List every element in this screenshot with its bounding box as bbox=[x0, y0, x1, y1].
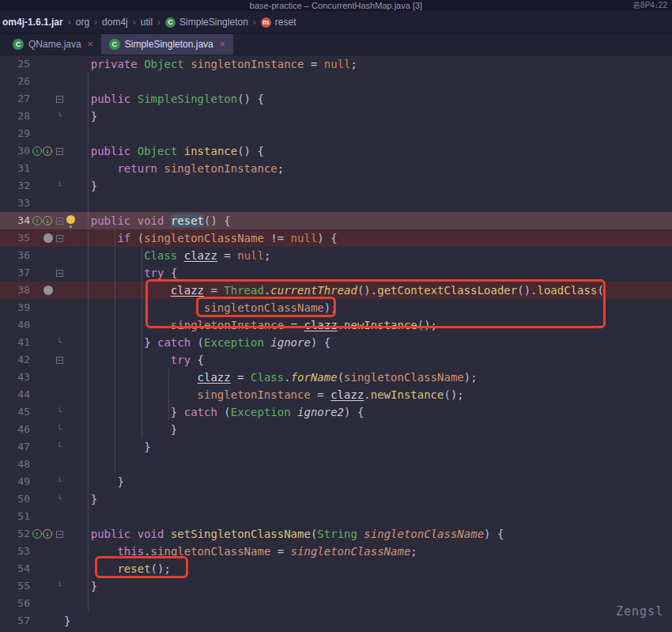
code-line[interactable]: 31 return singletonInstance; bbox=[0, 160, 672, 177]
code-text[interactable]: } bbox=[64, 490, 672, 508]
overridden-icon[interactable]: ↓ bbox=[43, 216, 52, 225]
code-text[interactable]: } bbox=[64, 612, 672, 630]
tab-close-icon[interactable]: × bbox=[220, 40, 225, 49]
line-number[interactable]: 51 bbox=[0, 508, 30, 525]
overridden-icon[interactable]: ↓ bbox=[43, 146, 52, 156]
line-number[interactable]: 50 bbox=[0, 490, 30, 508]
line-number[interactable]: 31 bbox=[0, 160, 30, 177]
code-text[interactable] bbox=[64, 456, 672, 473]
code-text[interactable]: } bbox=[64, 177, 672, 195]
code-line[interactable]: 28└ } bbox=[0, 108, 672, 125]
code-text[interactable]: try { bbox=[64, 264, 672, 282]
code-text[interactable]: } bbox=[64, 421, 672, 438]
code-editor[interactable]: 25 private Object singletonInstance = nu… bbox=[0, 55, 672, 632]
code-line[interactable]: 55└ } bbox=[0, 577, 672, 595]
line-number[interactable]: 40 bbox=[0, 316, 30, 334]
code-line[interactable]: 50└ } bbox=[0, 490, 672, 508]
line-number[interactable]: 41 bbox=[0, 334, 30, 351]
line-number[interactable]: 48 bbox=[0, 456, 30, 473]
line-number[interactable]: 29 bbox=[0, 125, 30, 142]
code-text[interactable]: singletonClassName); bbox=[64, 299, 672, 316]
fold-end-icon[interactable]: └ bbox=[57, 112, 62, 120]
line-number[interactable]: 39 bbox=[0, 299, 30, 316]
line-number[interactable]: 27 bbox=[0, 90, 30, 108]
tab-simplesingleton-java[interactable]: CSimpleSingleton.java× bbox=[101, 34, 233, 55]
line-number[interactable]: 25 bbox=[0, 55, 30, 73]
code-text[interactable] bbox=[64, 195, 672, 212]
fold-end-icon[interactable]: └ bbox=[57, 408, 62, 416]
code-text[interactable]: reset(); bbox=[64, 560, 672, 577]
breadcrumb-item[interactable]: CSimpleSingleton bbox=[163, 17, 251, 28]
code-text[interactable]: Class clazz = null; bbox=[64, 247, 672, 264]
line-number[interactable]: 30 bbox=[0, 142, 30, 160]
line-number[interactable]: 37 bbox=[0, 264, 30, 282]
code-line[interactable]: 29 bbox=[0, 125, 672, 142]
code-text[interactable]: this.singletonClassName = singletonClass… bbox=[64, 543, 672, 560]
code-text[interactable] bbox=[64, 125, 672, 142]
code-text[interactable]: singletonInstance = clazz.newInstance(); bbox=[64, 386, 672, 403]
code-line[interactable]: 54 reset(); bbox=[0, 560, 672, 577]
line-number[interactable]: 32 bbox=[0, 177, 30, 195]
code-line[interactable]: 33 bbox=[0, 195, 672, 212]
code-line[interactable]: 45└ } catch (Exception ignore2) { bbox=[0, 403, 672, 421]
code-text[interactable]: clazz = Thread.currentThread().getContex… bbox=[64, 282, 672, 299]
fold-collapse-icon[interactable] bbox=[56, 218, 63, 225]
breakpoint-icon[interactable] bbox=[43, 286, 53, 295]
code-line[interactable]: 34↑↓ public void reset() { bbox=[0, 212, 672, 229]
fold-collapse-icon[interactable] bbox=[56, 235, 63, 242]
code-line[interactable]: 39 singletonClassName); bbox=[0, 299, 672, 316]
line-number[interactable]: 54 bbox=[0, 560, 30, 577]
fold-end-icon[interactable]: └ bbox=[57, 495, 62, 503]
code-line[interactable]: 51 bbox=[0, 508, 672, 525]
breadcrumb-item[interactable]: dom4j bbox=[100, 17, 130, 28]
line-number[interactable]: 46 bbox=[0, 421, 30, 438]
breakpoint-icon[interactable] bbox=[43, 233, 53, 243]
fold-collapse-icon[interactable] bbox=[56, 357, 63, 364]
code-text[interactable]: } catch (Exception ignore2) { bbox=[64, 403, 672, 421]
code-line[interactable]: 26 bbox=[0, 73, 672, 90]
code-text[interactable]: public SimpleSingleton() { bbox=[64, 90, 672, 108]
code-text[interactable]: } bbox=[64, 473, 672, 490]
override-icon[interactable]: ↑ bbox=[32, 146, 42, 156]
code-line[interactable]: 52↑↓ public void setSingletonClassName(S… bbox=[0, 525, 672, 543]
code-text[interactable]: singletonInstance = clazz.newInstance(); bbox=[64, 316, 672, 334]
overridden-icon[interactable]: ↓ bbox=[43, 529, 52, 539]
code-text[interactable]: } catch (Exception ignore) { bbox=[64, 334, 672, 351]
code-text[interactable]: public void reset() { bbox=[64, 212, 672, 229]
code-line[interactable]: 32└ } bbox=[0, 177, 672, 195]
line-number[interactable]: 36 bbox=[0, 247, 30, 264]
breadcrumb-item[interactable]: util bbox=[138, 17, 155, 28]
fold-collapse-icon[interactable] bbox=[56, 96, 63, 103]
fold-end-icon[interactable]: └ bbox=[57, 339, 62, 346]
code-text[interactable] bbox=[64, 508, 672, 525]
line-number[interactable]: 35 bbox=[0, 229, 30, 247]
fold-end-icon[interactable]: └ bbox=[57, 582, 62, 590]
code-line[interactable]: 53 this.singletonClassName = singletonCl… bbox=[0, 543, 672, 560]
breadcrumb-item[interactable]: mreset bbox=[259, 17, 299, 28]
line-number[interactable]: 43 bbox=[0, 369, 30, 386]
code-line[interactable]: 56 bbox=[0, 595, 672, 612]
code-text[interactable]: try { bbox=[64, 351, 672, 369]
line-number[interactable]: 45 bbox=[0, 403, 30, 421]
fold-collapse-icon[interactable] bbox=[56, 531, 63, 538]
line-number[interactable]: 53 bbox=[0, 543, 30, 560]
line-number[interactable]: 56 bbox=[0, 595, 30, 612]
override-icon[interactable]: ↑ bbox=[32, 529, 42, 539]
line-number[interactable]: 42 bbox=[0, 351, 30, 369]
code-text[interactable]: clazz = Class.forName(singletonClassName… bbox=[64, 369, 672, 386]
fold-end-icon[interactable]: └ bbox=[57, 182, 62, 190]
intention-bulb-icon[interactable] bbox=[66, 215, 75, 224]
code-text[interactable]: } bbox=[64, 577, 672, 595]
code-text[interactable]: private Object singletonInstance = null; bbox=[64, 55, 672, 73]
fold-end-icon[interactable]: └ bbox=[57, 426, 62, 433]
code-line[interactable]: 47└ } bbox=[0, 438, 672, 456]
code-line[interactable]: 48 bbox=[0, 456, 672, 473]
fold-end-icon[interactable]: └ bbox=[57, 443, 62, 451]
code-text[interactable] bbox=[64, 73, 672, 90]
code-text[interactable]: } bbox=[64, 108, 672, 125]
code-text[interactable]: public Object instance() { bbox=[64, 142, 672, 160]
code-line[interactable]: 38 clazz = Thread.currentThread().getCon… bbox=[0, 282, 672, 299]
fold-collapse-icon[interactable] bbox=[56, 148, 63, 155]
breadcrumb-item[interactable]: om4j-1.6.1.jar bbox=[0, 17, 66, 28]
line-number[interactable]: 44 bbox=[0, 386, 30, 403]
